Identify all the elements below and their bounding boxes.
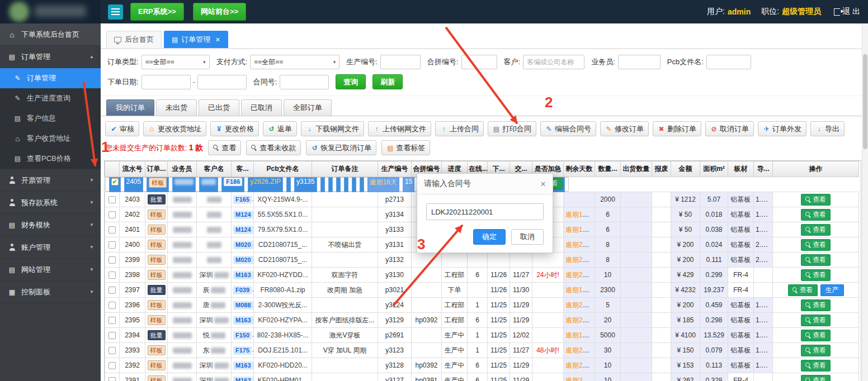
col-header-serial[interactable]: 流水号: [120, 161, 145, 177]
refresh-button[interactable]: 刷新: [372, 74, 403, 89]
view-unpaid-button[interactable]: 查看未收款: [246, 140, 301, 155]
sidebar-section-5[interactable]: 网站管理▼: [0, 259, 101, 281]
production-button[interactable]: 生产: [820, 284, 844, 296]
order-tab-2[interactable]: 已出货: [199, 99, 239, 116]
toolbar-button-9[interactable]: 修改订单: [600, 121, 649, 136]
filter-input-2[interactable]: [380, 55, 421, 69]
date-to-input[interactable]: [197, 75, 247, 89]
col-header-salesman[interactable]: 业务员: [168, 161, 197, 177]
view-order-button[interactable]: 查看: [801, 209, 831, 221]
customer-code-link[interactable]: M124: [233, 226, 253, 234]
order-tab-4[interactable]: 全部订单: [284, 99, 332, 116]
row-checkbox[interactable]: [108, 272, 116, 279]
view-order-button[interactable]: 查看: [801, 224, 831, 236]
table-row[interactable]: 2399样板M020CD21080715_...y3132逾期22天8¥ 200…: [105, 253, 859, 268]
row-checkbox[interactable]: [108, 241, 116, 249]
table-row[interactable]: 2398样板深圳M163KF020-HZYDD...双面字符y3130工程部61…: [105, 268, 859, 283]
sidebar-item-home[interactable]: 下单系统后台首页: [0, 23, 101, 46]
row-checkbox[interactable]: [108, 332, 116, 339]
sidebar-item-2[interactable]: 客户信息: [0, 108, 101, 128]
row-checkbox[interactable]: [108, 362, 116, 369]
view-order-button[interactable]: 查看: [801, 239, 831, 251]
customer-code-link[interactable]: F165: [233, 196, 252, 204]
customer-code-link[interactable]: M163: [233, 377, 253, 381]
col-header-cb[interactable]: [105, 161, 120, 177]
pcb-file-name[interactable]: CD21080715_...: [258, 241, 307, 249]
customer-code-link[interactable]: M124: [233, 211, 253, 219]
cancel-button[interactable]: 取消: [511, 229, 544, 245]
col-header-scrap[interactable]: 报废: [652, 161, 671, 177]
view-order-button[interactable]: 查看: [801, 330, 831, 341]
row-checkbox[interactable]: [108, 226, 116, 234]
toolbar-button-1[interactable]: 更改收货地址: [143, 121, 206, 136]
vertical-scrollbar[interactable]: [862, 23, 868, 381]
pcb-file-name[interactable]: 55.5X55.5X1.0...: [258, 211, 308, 218]
view-order-button[interactable]: 查看: [788, 284, 818, 296]
row-checkbox[interactable]: [108, 377, 116, 381]
row-checkbox[interactable]: [108, 211, 116, 218]
pcb-file-name[interactable]: FR8080-A1.zip: [260, 286, 305, 294]
customer-code-link[interactable]: F039: [233, 286, 252, 294]
view-order-button[interactable]: 查看: [801, 194, 831, 206]
col-header-material[interactable]: 板材: [728, 161, 754, 177]
col-header-customer[interactable]: 客户名: [197, 161, 232, 177]
customer-code-link[interactable]: M163: [233, 271, 253, 279]
contract-number-input[interactable]: [426, 203, 544, 220]
table-row[interactable]: 2397批量辰F039FR8080-A1.zip改周期 加急p3021下单11/…: [105, 283, 859, 298]
filter-input-6[interactable]: [706, 55, 751, 69]
order-tab-0[interactable]: 我的订单: [106, 99, 154, 116]
pcb-file-name[interactable]: CD21080715_...: [258, 256, 307, 264]
customer-code-link[interactable]: M163: [233, 361, 253, 370]
row-checkbox[interactable]: [108, 287, 116, 294]
col-header-type[interactable]: 订单...: [145, 161, 168, 177]
view-pending-button[interactable]: 查看: [208, 140, 241, 155]
col-header-ship[interactable]: 出货数量: [621, 161, 652, 177]
table-row[interactable]: 2393样板东F175DOJ.E215.101...V穿 加UL 周期y3123…: [105, 343, 859, 358]
customer-code-link[interactable]: F175: [233, 346, 252, 355]
view-tags-button[interactable]: 查看标签: [381, 140, 430, 155]
sidebar-section-1[interactable]: 开票管理▼: [0, 169, 101, 192]
erp-system-button[interactable]: ERP系统>>: [130, 3, 184, 21]
col-header-remain[interactable]: 剩余天数: [564, 161, 595, 177]
confirm-button[interactable]: 确定: [473, 229, 506, 245]
restore-cancelled-button[interactable]: 恢复已取消订单: [306, 140, 376, 155]
toolbar-button-5[interactable]: 上传钢网文件: [368, 121, 431, 136]
pcb-file-name[interactable]: KF020-HZYDD...: [257, 271, 308, 279]
order-tab-1[interactable]: 未出货: [156, 99, 197, 116]
toolbar-button-11[interactable]: 取消订单: [705, 121, 754, 136]
col-header-power[interactable]: 导...: [754, 161, 773, 177]
toolbar-button-0[interactable]: 审核: [105, 121, 139, 136]
table-row[interactable]: 2395样板深圳M163KF020-HZYPA...按客户图纸排版左...y31…: [105, 313, 859, 328]
toolbar-button-8[interactable]: 编辑合同号: [540, 121, 596, 136]
col-header-file[interactable]: Pcb文件名: [254, 161, 312, 177]
close-tab-icon[interactable]: ×: [215, 35, 220, 44]
customer-code-link[interactable]: F150: [233, 331, 252, 340]
view-order-button[interactable]: 查看: [801, 269, 831, 281]
close-icon[interactable]: ×: [540, 179, 546, 189]
sidebar-section-2[interactable]: 预存款系统▼: [0, 192, 101, 214]
sidebar-section-6[interactable]: 控制面板▼: [0, 281, 101, 303]
filter-select-0[interactable]: ==全部==▾: [141, 55, 210, 69]
toolbar-button-10[interactable]: 删除订单: [653, 121, 701, 136]
row-checkbox[interactable]: [108, 347, 116, 354]
pcb-file-name[interactable]: 79.5X79.5X1.0...: [258, 226, 308, 234]
order-tab-3[interactable]: 已取消: [241, 99, 282, 116]
table-row[interactable]: 2394批量悦F150802-238-HX85-...激光V穿板p2691生产中…: [105, 328, 859, 343]
col-header-code[interactable]: 客...: [232, 161, 254, 177]
customer-code-link[interactable]: M163: [233, 316, 253, 325]
filter-input-3[interactable]: [461, 55, 497, 69]
col-header-ops[interactable]: 操作: [773, 161, 859, 177]
customer-code-link[interactable]: M020: [233, 241, 253, 249]
scrollbar-thumb[interactable]: [863, 54, 867, 149]
pcb-file-name[interactable]: KF020-HDD20...: [258, 361, 308, 369]
col-header-amount[interactable]: 金额: [671, 161, 700, 177]
table-row[interactable]: 2392样板深圳M163KF020-HDD20...y3128hp0392生产中…: [105, 358, 859, 373]
filter-input-5[interactable]: [618, 55, 661, 69]
view-order-button[interactable]: 查看: [801, 360, 831, 372]
toolbar-button-2[interactable]: 更改价格: [210, 121, 259, 136]
customer-code-link[interactable]: F186: [224, 178, 242, 186]
view-order-button[interactable]: 查看: [801, 345, 831, 356]
col-header-remark[interactable]: 订单备注: [312, 161, 378, 177]
view-order-button[interactable]: 查看: [801, 315, 831, 326]
row-checkbox[interactable]: [108, 317, 116, 324]
